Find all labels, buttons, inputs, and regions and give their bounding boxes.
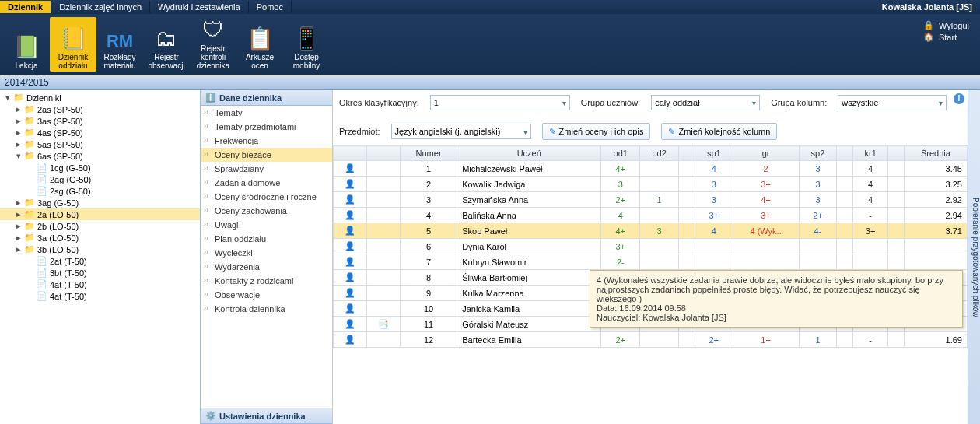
school-year[interactable]: 2014/2015 bbox=[0, 75, 980, 90]
grid-header[interactable]: Średnia bbox=[904, 146, 967, 161]
grupa-uczniow-select[interactable]: cały oddział bbox=[651, 95, 760, 110]
grade-cell[interactable]: 4+ bbox=[601, 223, 640, 239]
grid-header[interactable] bbox=[334, 146, 367, 161]
logout-link[interactable]: 🔒Wyloguj bbox=[923, 20, 969, 30]
tree-toggle-icon[interactable]: ▸ bbox=[14, 209, 23, 219]
grade-cell[interactable]: 3+ bbox=[853, 223, 888, 239]
grades-grid-wrap[interactable]: NumerUczeńod1od2sp1grsp2kr1Średnia 👤1Mic… bbox=[333, 145, 968, 424]
grid-header[interactable]: gr bbox=[733, 146, 799, 161]
section-item[interactable]: Obserwacje bbox=[201, 288, 332, 302]
help-icon[interactable]: i bbox=[954, 93, 964, 104]
tree-node[interactable]: 📄3bt (T-50) bbox=[0, 267, 200, 279]
tree-toggle-icon[interactable]: ▸ bbox=[14, 104, 23, 114]
grade-cell[interactable] bbox=[799, 254, 837, 270]
section-item[interactable]: Frekwencja bbox=[201, 134, 332, 148]
grade-cell[interactable]: 1 bbox=[640, 192, 679, 208]
grade-cell[interactable]: 2+ bbox=[601, 332, 640, 348]
section-item[interactable]: Kontakty z rodzicami bbox=[201, 274, 332, 288]
grade-cell[interactable]: 3 bbox=[695, 192, 733, 208]
tree-node[interactable]: ▸📁2a (LO-50) bbox=[0, 208, 200, 220]
tab-dziennik-innych[interactable]: Dziennik zajęć innych bbox=[51, 1, 150, 13]
grade-cell[interactable] bbox=[695, 254, 733, 270]
table-row[interactable]: 👤4Balińska Anna43+3+2+-2.94 bbox=[334, 208, 968, 223]
table-row[interactable]: 👤5Skop Paweł4+344 (Wyk..4-3+3.71 bbox=[334, 223, 968, 239]
ribbon-rejestr-kontroli[interactable]: 🛡Rejestr kontroli dziennika bbox=[190, 17, 236, 72]
tree-node[interactable]: ▸📁5as (SP-50) bbox=[0, 138, 200, 150]
grade-cell[interactable]: 3+ bbox=[601, 239, 640, 254]
grade-cell[interactable] bbox=[853, 254, 888, 270]
grade-cell[interactable]: - bbox=[853, 332, 888, 348]
grade-cell[interactable]: 4 bbox=[853, 177, 888, 192]
ribbon-arkusze[interactable]: 📋Arkusze ocen bbox=[236, 17, 283, 72]
tree-toggle-icon[interactable]: ▸ bbox=[14, 139, 23, 149]
table-row[interactable]: 👤6Dynia Karol3+ bbox=[334, 239, 968, 254]
tree-toggle-icon[interactable]: ▸ bbox=[14, 221, 23, 231]
grade-cell[interactable]: 3 bbox=[695, 177, 733, 192]
grade-cell[interactable] bbox=[733, 254, 799, 270]
grid-header[interactable]: kr1 bbox=[853, 146, 888, 161]
table-row[interactable]: 👤12Bartecka Emilia2+2+1+1-1.69 bbox=[334, 332, 968, 348]
tree-node[interactable]: ▸📁2b (LO-50) bbox=[0, 220, 200, 232]
downloads-panel-handle[interactable]: Pobieranie przygotowanych plików bbox=[968, 90, 980, 424]
grade-cell[interactable]: 4 bbox=[601, 208, 640, 223]
section-item[interactable]: Kontrola dziennika bbox=[201, 302, 332, 316]
tree-node[interactable]: ▸📁3a (LO-50) bbox=[0, 232, 200, 244]
tab-dziennik[interactable]: Dziennik bbox=[0, 1, 51, 13]
grade-cell[interactable]: 1 bbox=[799, 332, 837, 348]
section-item[interactable]: Uwagi bbox=[201, 218, 332, 232]
grade-cell[interactable]: 2 bbox=[733, 161, 799, 177]
grade-cell[interactable] bbox=[640, 208, 679, 223]
grade-cell[interactable]: 4 bbox=[853, 161, 888, 177]
tab-pomoc[interactable]: Pomoc bbox=[249, 1, 292, 13]
tree-toggle-icon[interactable]: ▸ bbox=[14, 128, 23, 138]
section-item[interactable]: Oceny śródroczne i roczne bbox=[201, 190, 332, 204]
grade-cell[interactable]: 2+ bbox=[695, 332, 733, 348]
tree-node[interactable]: ▸📁3as (SP-50) bbox=[0, 115, 200, 127]
grade-cell[interactable]: 3 bbox=[640, 223, 679, 239]
table-row[interactable]: 👤1Michalczewski Paweł4+42343.45 bbox=[334, 161, 968, 177]
section-item[interactable]: Wycieczki bbox=[201, 246, 332, 260]
tree-node[interactable]: ▸📁3ag (G-50) bbox=[0, 197, 200, 208]
zmien-kolumny-button[interactable]: ✎Zmień kolejność kolumn bbox=[661, 123, 777, 140]
grade-cell[interactable] bbox=[733, 239, 799, 254]
ribbon-rozklady[interactable]: RMRozkłady materiału bbox=[96, 17, 143, 72]
section-item[interactable]: Wydarzenia bbox=[201, 260, 332, 274]
section-item[interactable]: Zadania domowe bbox=[201, 176, 332, 190]
grade-cell[interactable] bbox=[640, 161, 679, 177]
tree-node[interactable]: ▸📁2as (SP-50) bbox=[0, 103, 200, 115]
grid-header[interactable]: Uczeń bbox=[457, 146, 601, 161]
grid-header[interactable] bbox=[366, 146, 400, 161]
grade-cell[interactable]: 4 bbox=[695, 161, 733, 177]
grade-cell[interactable]: 3+ bbox=[733, 177, 799, 192]
grade-cell[interactable]: 3+ bbox=[733, 208, 799, 223]
grade-cell[interactable]: 3 bbox=[601, 177, 640, 192]
grade-cell[interactable]: 3+ bbox=[695, 208, 733, 223]
tree-node[interactable]: 📄4at (T-50) bbox=[0, 290, 200, 302]
grade-cell[interactable]: 4+ bbox=[733, 192, 799, 208]
tree-node[interactable]: ▸📁3b (LO-50) bbox=[0, 244, 200, 255]
section-item[interactable]: Tematy przedmiotami bbox=[201, 120, 332, 134]
tree-toggle-icon[interactable]: ▸ bbox=[14, 244, 23, 254]
grid-header[interactable]: sp2 bbox=[799, 146, 837, 161]
grade-cell[interactable]: 1+ bbox=[733, 332, 799, 348]
tree-toggle-icon[interactable]: ▾ bbox=[3, 93, 12, 103]
tree-toggle-icon[interactable]: ▸ bbox=[14, 198, 23, 208]
sections-footer[interactable]: ⚙️Ustawienia dziennika bbox=[201, 408, 332, 424]
section-item[interactable]: Tematy bbox=[201, 106, 332, 120]
tab-wydruki[interactable]: Wydruki i zestawienia bbox=[150, 1, 249, 13]
grupa-kolumn-select[interactable]: wszystkie bbox=[838, 95, 947, 110]
grade-cell[interactable] bbox=[640, 254, 679, 270]
grade-cell[interactable]: 3 bbox=[799, 177, 837, 192]
table-row[interactable]: 👤2Kowalik Jadwiga333+343.25 bbox=[334, 177, 968, 192]
tree-node[interactable]: 📄2sg (G-50) bbox=[0, 185, 200, 197]
tree-toggle-icon[interactable]: ▾ bbox=[14, 151, 23, 161]
grade-cell[interactable]: 2- bbox=[601, 254, 640, 270]
grade-cell[interactable]: 4 bbox=[695, 223, 733, 239]
zmien-oceny-button[interactable]: ✎Zmień oceny i ich opis bbox=[542, 123, 651, 140]
grade-cell[interactable]: 4 (Wyk.. bbox=[733, 223, 799, 239]
przedmiot-select[interactable]: Język angielski (j. angielski) bbox=[391, 124, 531, 139]
tree-node[interactable]: ▸📁4as (SP-50) bbox=[0, 127, 200, 138]
ribbon-dziennik-oddzialu[interactable]: 📒Dziennik oddziału bbox=[50, 17, 96, 72]
grade-cell[interactable]: 3 bbox=[799, 192, 837, 208]
grid-header[interactable]: Numer bbox=[400, 146, 457, 161]
